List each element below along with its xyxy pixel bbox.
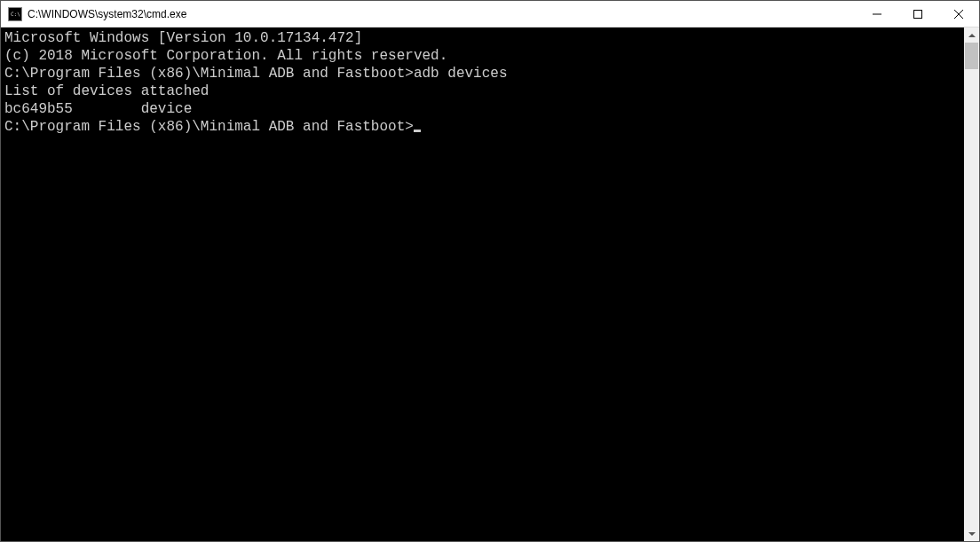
svg-rect-3: [914, 10, 922, 18]
window-title: C:\WINDOWS\system32\cmd.exe: [28, 8, 857, 20]
minimize-button[interactable]: [857, 1, 897, 27]
scroll-track[interactable]: [964, 43, 979, 526]
scroll-up-arrow-icon[interactable]: [964, 27, 979, 43]
cmd-icon: C:\: [8, 7, 22, 21]
output-header: List of devices attached: [4, 82, 960, 100]
terminal-area[interactable]: Microsoft Windows [Version 10.0.17134.47…: [1, 27, 964, 541]
typed-command: adb devices: [414, 66, 508, 82]
maximize-button[interactable]: [897, 1, 938, 27]
prompt-path: C:\Program Files (x86)\Minimal ADB and F…: [4, 119, 414, 135]
version-line: Microsoft Windows [Version 10.0.17134.47…: [4, 29, 960, 47]
output-device-row: bc649b55 device: [4, 100, 960, 118]
svg-marker-6: [968, 34, 976, 37]
window-controls: [857, 1, 979, 27]
copyright-line: (c) 2018 Microsoft Corporation. All righ…: [4, 47, 960, 65]
vertical-scrollbar[interactable]: [964, 27, 979, 541]
prompt-line-1: C:\Program Files (x86)\Minimal ADB and F…: [4, 65, 960, 82]
prompt-line-2: C:\Program Files (x86)\Minimal ADB and F…: [4, 118, 960, 136]
cmd-window: C:\ C:\WINDOWS\system32\cmd.exe Microsof…: [0, 0, 980, 542]
titlebar[interactable]: C:\ C:\WINDOWS\system32\cmd.exe: [1, 1, 979, 27]
cursor: [414, 130, 421, 132]
svg-text:C:\: C:\: [11, 11, 20, 17]
scroll-thumb[interactable]: [965, 43, 978, 69]
svg-marker-7: [968, 532, 976, 536]
scroll-down-arrow-icon[interactable]: [964, 526, 979, 541]
prompt-path: C:\Program Files (x86)\Minimal ADB and F…: [4, 66, 414, 82]
window-body: Microsoft Windows [Version 10.0.17134.47…: [1, 27, 979, 541]
close-button[interactable]: [938, 1, 979, 27]
